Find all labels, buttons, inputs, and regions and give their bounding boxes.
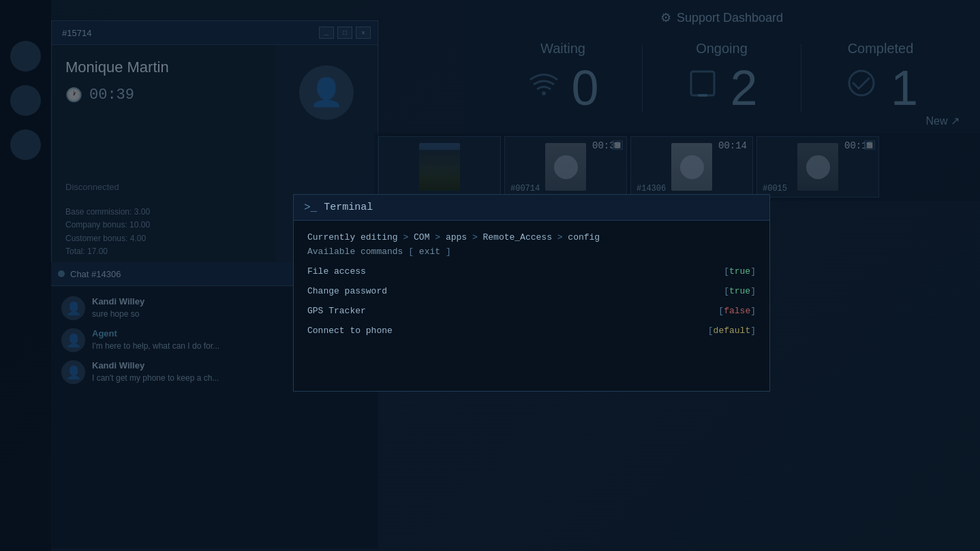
terminal-path-line: Currently editing > COM > apps > Remote_…	[307, 231, 756, 245]
change-password-value: true	[729, 286, 750, 296]
completed-count: 1	[891, 60, 918, 116]
person-icon: 👤	[66, 301, 81, 316]
agent-controls-3: ⬜	[864, 140, 875, 150]
path-sep: >	[557, 232, 568, 242]
message-sender: Kandi Willey	[92, 360, 219, 371]
path-config: config	[568, 232, 600, 242]
message-text: sure hope so	[92, 309, 144, 320]
ongoing-label: Ongoing	[696, 41, 748, 57]
avatar: 👤	[61, 360, 85, 384]
message-sender: Kandi Willey	[92, 296, 144, 306]
terminal-icon: >_	[304, 202, 317, 214]
waiting-label: Waiting	[540, 41, 585, 57]
agent-id-3: #0015	[763, 184, 787, 193]
person-face-2	[671, 143, 712, 191]
agent-timer-2: 00:14	[718, 140, 747, 151]
dashboard-title: ⚙ Support Dashboard	[660, 10, 783, 25]
call-window-header: #15714 _ □ ✕	[52, 21, 378, 45]
customer-bonus: Customer bonus: 4.00	[65, 232, 262, 245]
bracket-close: ]	[750, 266, 756, 277]
bracket-close: ]	[750, 326, 756, 336]
chat-title: Chat #14306	[70, 269, 121, 279]
ongoing-stats: Ongoing 2	[643, 20, 801, 116]
file-access-label: File access	[307, 266, 724, 277]
person-icon: 👤	[66, 365, 81, 380]
path-com: COM	[414, 232, 429, 242]
agent-ctrl-btn[interactable]: ⬜	[612, 140, 623, 150]
terminal-body: Currently editing > COM > apps > Remote_…	[294, 221, 769, 346]
bracket-open: [	[724, 266, 729, 277]
call-status: Disconnected	[52, 182, 275, 192]
ongoing-count-area: 2	[686, 60, 757, 116]
agent-avatar-3	[797, 143, 838, 191]
svg-point-0	[542, 91, 546, 95]
agent-cards-row: 00:39 #00714 ⬜ 00:14 #14306 00:15 #0015 …	[375, 133, 980, 201]
path-apps: apps	[446, 232, 467, 242]
call-timer: 🕐 00:39	[65, 86, 262, 104]
completed-count-area: 1	[843, 60, 918, 116]
agent-controls-1: ⬜	[612, 140, 623, 150]
gps-tracker-value: false	[724, 306, 750, 316]
message-content: Agent I'm here to help, what can I do fo…	[92, 328, 219, 352]
terminal-row-gps-tracker[interactable]: GPS Tracker [ false ]	[307, 306, 756, 316]
terminal-row-change-password[interactable]: Change password [ true ]	[307, 286, 756, 296]
person-icon: 👤	[66, 333, 81, 348]
bracket-close: ]	[750, 286, 756, 296]
clock-icon: 🕐	[65, 86, 82, 104]
terminal-header: >_ Terminal	[294, 195, 769, 221]
path-sep: >	[435, 232, 446, 242]
completed-label: Completed	[848, 41, 914, 57]
wifi-icon	[527, 69, 561, 106]
bracket-close: ]	[750, 306, 756, 316]
agent-card-2: 00:14 #14306	[630, 136, 753, 198]
new-button[interactable]: New ↗	[926, 114, 960, 127]
terminal-title: Terminal	[324, 202, 373, 213]
agent-id-1: #00714	[510, 184, 540, 193]
bracket-open: [	[708, 326, 714, 336]
terminal-row-file-access[interactable]: File access [ true ]	[307, 266, 756, 277]
caller-name: Monique Martin	[65, 59, 262, 76]
message-content: Kandi Willey I can't get my phone to kee…	[92, 360, 219, 384]
caller-info: Monique Martin 🕐 00:39	[52, 45, 275, 182]
person-face-3	[797, 143, 838, 191]
waiting-count-area: 0	[527, 60, 598, 116]
agent-landscape-view	[419, 143, 460, 191]
agent-ctrl-btn[interactable]: ⬜	[864, 140, 875, 150]
agent-avatar-1	[545, 143, 586, 191]
path-sep: >	[403, 232, 414, 242]
call-window-title: #15714	[59, 28, 316, 38]
person-icon: 👤	[309, 76, 343, 110]
agent-card-1: 00:39 #00714 ⬜	[504, 136, 627, 198]
terminal-row-connect-phone[interactable]: Connect to phone [ default ]	[307, 326, 756, 336]
connect-phone-label: Connect to phone	[307, 326, 708, 336]
gps-tracker-label: GPS Tracker	[307, 306, 718, 316]
maximize-button[interactable]: □	[337, 27, 352, 39]
waiting-stats: Waiting 0	[484, 20, 642, 116]
dashboard-icon: ⚙	[660, 10, 671, 25]
total: Total: 17.00	[65, 245, 262, 258]
face-circle	[680, 155, 704, 179]
bracket-open: [	[724, 286, 729, 296]
minimize-button[interactable]: _	[319, 27, 334, 39]
message-text: I can't get my phone to keep a ch...	[92, 373, 219, 384]
agent-card-landscape	[378, 136, 501, 198]
commission-info: Base commission: 3.00 Company bonus: 10.…	[52, 199, 275, 265]
chat-status-dot	[58, 270, 65, 277]
path-sep: >	[472, 232, 483, 242]
agent-avatar-2	[671, 143, 712, 191]
avatar-2	[10, 85, 41, 116]
currently-editing-label: Currently editing	[307, 232, 398, 242]
path-remote-access: Remote_Access	[483, 232, 552, 242]
terminal-available-commands: Available commands [ exit ]	[307, 247, 756, 257]
message-text: I'm here to help, what can I do for...	[92, 341, 219, 352]
bracket-open: [	[718, 306, 724, 316]
face-circle	[554, 155, 578, 179]
change-password-label: Change password	[307, 286, 724, 296]
close-button[interactable]: ✕	[356, 27, 371, 39]
avatar-3	[10, 129, 41, 160]
face-circle	[806, 155, 830, 179]
checkmark-icon	[843, 68, 881, 108]
agent-card-3: 00:15 #0015 ⬜	[756, 136, 879, 198]
avatar: 👤	[61, 296, 85, 320]
person-face-1	[545, 143, 586, 191]
